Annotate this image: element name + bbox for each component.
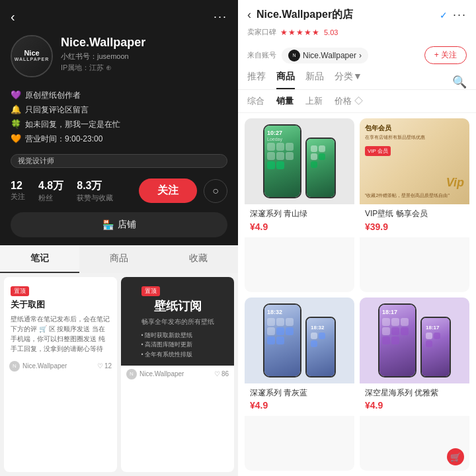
filter-new[interactable]: 上新 [305,95,323,107]
follow-button[interactable]: 关注 [139,178,197,203]
nav-tab-recommend[interactable]: 推荐 [247,71,266,89]
desc-text-4: 营业时间：9:00-23:00 [25,132,102,145]
product-name-2: VIP壁纸 畅享会员 [365,208,464,219]
nav-tab-category[interactable]: 分类▼ [335,71,362,89]
product-info-1: 深邃系列 青山绿 ¥4.9 [245,204,354,237]
account-name: Nice.Wallpaper [303,51,356,60]
note-card-2[interactable]: 置顶 壁纸订阅 畅享全年发布的所有壁纸 • 随时获取新款壁纸 • 高清图库随时更… [121,277,234,472]
product-img-area-4: 18:17 [360,298,469,383]
tab-products[interactable]: 商品 [79,245,159,273]
search-icon[interactable]: 🔍 [452,75,467,89]
note-author-2: Nice.Wallpaper [139,370,212,377]
right-nav-tabs: 推荐 商品 新品 分类▼ 🔍 [238,71,476,90]
product-price-1: ¥4.9 [250,221,349,232]
verified-icon: ✓ [440,10,448,20]
right-more-button[interactable]: ··· [453,8,467,22]
product-info-4: 深空星海系列 优雅紫 ¥4.9 [360,383,469,416]
note-author-avatar-2: N [126,369,137,379]
note-likes-1: ♡ 12 [97,362,112,370]
vip-title: 包年会员 [365,124,464,133]
rating-number: 5.03 [324,28,338,36]
cart-icon[interactable]: 🛒 [447,448,464,465]
nav-tab-new[interactable]: 新品 [305,71,324,89]
desc-text-3: 如未回复，那我一定是在忙 [25,118,120,131]
note-title-1: 关于取图 [11,299,110,311]
store-icon: 🏪 [102,219,114,230]
note-img-items: • 随时获取新款壁纸 • 高清图库随时更新 • 全年有系统性排版 [141,331,214,359]
stat-following: 12 关注 [11,180,25,202]
more-button[interactable]: ··· [214,10,227,24]
product-img-area-1: 10:27 Loeday [245,118,354,204]
product-info-2: VIP壁纸 畅享会员 ¥39.9 [360,204,469,237]
phone-main-4: 18:17 [378,303,416,377]
stat-fans-number: 4.8万 [38,179,63,193]
product-img-area-3: 18:32 [245,298,354,383]
tab-favorites[interactable]: 收藏 [159,245,238,273]
product-price-2: ¥39.9 [365,221,464,232]
account-avatar-sm: N [288,50,300,61]
stat-likes: 8.3万 获赞与收藏 [77,179,113,203]
nav-tab-products[interactable]: 商品 [276,71,295,89]
stat-fans-label: 粉丝 [38,193,53,203]
back-button[interactable]: ‹ [11,9,15,24]
heart-icon-2: ♡ [214,370,220,377]
filter-sales[interactable]: 销量 [276,95,294,107]
message-icon: ○ [212,185,219,197]
note-footer-1: N Nice.Wallpaper ♡ 12 [4,358,117,375]
stat-following-label: 关注 [11,192,25,202]
right-back-button[interactable]: ‹ [247,8,251,22]
account-badge[interactable]: N Nice.Wallpaper › [282,48,368,63]
vip-subtitle: 在享有店铺所有新品壁纸优惠 [365,134,464,141]
account-label: 来自账号 [247,50,276,60]
product-img-area-2: 包年会员 在享有店铺所有新品壁纸优惠 VIP 会员 Vip "收藏2件赠茶帖，壁… [360,118,469,204]
product-card-3[interactable]: 18:32 [245,298,354,471]
filter-overall[interactable]: 综合 [247,95,264,107]
tabs-row: 笔记 商品 收藏 [0,245,238,273]
note-img-item-2: • 高清图库随时更新 [141,340,214,349]
phone-secondary-3: 18:32 [305,317,336,377]
note-img-title: 壁纸订阅 [141,299,214,314]
product-card-1[interactable]: 10:27 Loeday [245,118,354,292]
desc-item-1: 💜 原创壁纸创作者 [11,88,227,102]
desc-icon-4: 🧡 [11,132,21,146]
phone-time-4: 18:17 [382,309,413,315]
stat-fans: 4.8万 粉丝 [38,179,63,203]
notes-area: 置顶 关于取图 壁纸通常在笔记发布后，会在笔记下方的评 🛒 区 按顺序发送 当在… [0,273,238,476]
note-card-1[interactable]: 置顶 关于取图 壁纸通常在笔记发布后，会在笔记下方的评 🛒 区 按顺序发送 当在… [4,277,117,472]
phone-time-1: 10:27 [267,130,298,136]
desc-item-4: 🧡 营业时间：9:00-23:00 [11,132,227,146]
tab-notes[interactable]: 笔记 [0,245,79,273]
phone-time-3: 18:32 [267,309,298,315]
note-body-1: 壁纸通常在笔记发布后，会在笔记下方的评 🛒 区 按顺序发送 当在手机端，你可以扫… [11,314,110,354]
note-author-1: Nice.Wallpaper [22,362,95,370]
right-header: ‹ Nice.Wallpaper的店 ✓ ··· [238,0,476,27]
product-card-4[interactable]: 18:17 [360,298,469,471]
desc-item-2: 🔔 只回复评论区留言 [11,102,227,117]
phone-main-3: 18:32 [263,303,301,377]
product-price-4: ¥4.9 [365,400,464,411]
message-button[interactable]: ○ [204,179,227,203]
profile-id: 小红书号：jusemoon [61,52,227,61]
store-title: Nice.Wallpaper的店 [257,8,434,22]
store-button[interactable]: 🏪 店铺 [11,212,227,237]
desc-icon-3: 🍀 [11,117,21,132]
seller-rating: 卖家口碑 ★★★★★ 5.03 [238,27,476,42]
note-img-subtitle: 畅享全年发布的所有壁纸 [141,317,214,327]
stat-likes-label: 获赞与收藏 [77,193,113,203]
filter-price[interactable]: 价格 ◇ [335,95,363,107]
tag-badge: 视觉设计师 [11,154,227,168]
follow-store-button[interactable]: + 关注 [424,46,467,64]
stat-following-number: 12 [11,180,22,192]
phone-secondary-1 [305,138,336,198]
right-filter-tabs: 综合 销量 上新 价格 ◇ [238,90,476,113]
products-grid: 10:27 Loeday [238,113,476,476]
note-img-item-3: • 全年有系统性排版 [141,350,214,359]
product-info-3: 深邃系列 青灰蓝 ¥4.9 [245,383,354,416]
note-card-2-img: 置顶 壁纸订阅 畅享全年发布的所有壁纸 • 随时获取新款壁纸 • 高清图库随时更… [121,277,234,366]
desc-item-3: 🍀 如未回复，那我一定是在忙 [11,117,227,132]
right-panel: ‹ Nice.Wallpaper的店 ✓ ··· 卖家口碑 ★★★★★ 5.03… [238,0,476,476]
product-card-2[interactable]: 包年会员 在享有店铺所有新品壁纸优惠 VIP 会员 Vip "收藏2件赠茶帖，壁… [360,118,469,292]
note-likes-2: ♡ 86 [214,370,229,377]
account-arrow: › [359,51,362,60]
note-author-avatar-1: N [9,361,20,372]
